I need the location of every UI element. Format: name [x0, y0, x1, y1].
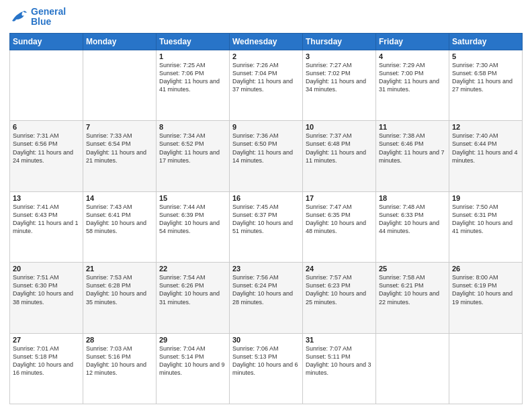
day-number: 23 [232, 265, 300, 273]
day-info: Sunrise: 7:25 AM Sunset: 7:06 PM Dayligh… [159, 61, 226, 94]
calendar-cell: 22Sunrise: 7:54 AM Sunset: 6:26 PM Dayli… [157, 263, 230, 333]
calendar-cell: 9Sunrise: 7:36 AM Sunset: 6:50 PM Daylig… [230, 121, 303, 191]
day-number: 6 [13, 123, 80, 131]
calendar-cell: 21Sunrise: 7:53 AM Sunset: 6:28 PM Dayli… [83, 263, 157, 333]
day-info: Sunrise: 7:34 AM Sunset: 6:52 PM Dayligh… [159, 132, 226, 165]
day-info: Sunrise: 7:58 AM Sunset: 6:21 PM Dayligh… [379, 273, 446, 306]
calendar-cell: 27Sunrise: 7:01 AM Sunset: 5:18 PM Dayli… [10, 333, 83, 404]
calendar-week-2: 6Sunrise: 7:31 AM Sunset: 6:56 PM Daylig… [10, 121, 523, 191]
day-number: 28 [86, 336, 153, 344]
day-info: Sunrise: 7:48 AM Sunset: 6:33 PM Dayligh… [379, 203, 446, 236]
calendar-cell: 11Sunrise: 7:38 AM Sunset: 6:46 PM Dayli… [376, 121, 449, 191]
calendar-week-5: 27Sunrise: 7:01 AM Sunset: 5:18 PM Dayli… [10, 333, 523, 404]
day-number: 17 [306, 194, 373, 202]
day-info: Sunrise: 7:07 AM Sunset: 5:11 PM Dayligh… [306, 345, 373, 377]
day-number: 12 [452, 123, 519, 131]
calendar-cell: 23Sunrise: 7:56 AM Sunset: 6:24 PM Dayli… [230, 263, 303, 333]
calendar-week-1: 1Sunrise: 7:25 AM Sunset: 7:06 PM Daylig… [10, 50, 523, 120]
calendar-cell: 18Sunrise: 7:48 AM Sunset: 6:33 PM Dayli… [376, 191, 449, 262]
day-header-wednesday: Wednesday [230, 33, 303, 50]
day-number: 19 [452, 194, 519, 202]
logo: General Blue [9, 7, 66, 28]
day-info: Sunrise: 7:53 AM Sunset: 6:28 PM Dayligh… [86, 273, 153, 306]
day-number: 7 [86, 123, 153, 131]
calendar-cell: 4Sunrise: 7:29 AM Sunset: 7:00 PM Daylig… [376, 50, 449, 120]
day-number: 29 [159, 336, 226, 344]
calendar-cell [83, 50, 157, 120]
calendar-cell: 16Sunrise: 7:45 AM Sunset: 6:37 PM Dayli… [230, 191, 303, 262]
day-info: Sunrise: 7:56 AM Sunset: 6:24 PM Dayligh… [232, 273, 300, 306]
day-number: 14 [86, 194, 153, 202]
calendar-week-4: 20Sunrise: 7:51 AM Sunset: 6:30 PM Dayli… [10, 263, 523, 333]
day-number: 26 [452, 265, 519, 273]
day-number: 13 [13, 194, 80, 202]
calendar-cell: 25Sunrise: 7:58 AM Sunset: 6:21 PM Dayli… [376, 263, 449, 333]
day-header-monday: Monday [83, 33, 157, 50]
day-number: 15 [159, 194, 226, 202]
calendar-cell: 12Sunrise: 7:40 AM Sunset: 6:44 PM Dayli… [449, 121, 523, 191]
day-info: Sunrise: 7:54 AM Sunset: 6:26 PM Dayligh… [159, 273, 226, 306]
calendar-cell: 7Sunrise: 7:33 AM Sunset: 6:54 PM Daylig… [83, 121, 157, 191]
calendar-body: 1Sunrise: 7:25 AM Sunset: 7:06 PM Daylig… [10, 50, 523, 404]
day-info: Sunrise: 7:01 AM Sunset: 5:18 PM Dayligh… [13, 345, 80, 377]
day-info: Sunrise: 7:26 AM Sunset: 7:04 PM Dayligh… [232, 61, 300, 94]
calendar-cell: 19Sunrise: 7:50 AM Sunset: 6:31 PM Dayli… [449, 191, 523, 262]
day-number: 5 [452, 52, 519, 60]
day-number: 27 [13, 336, 80, 344]
day-info: Sunrise: 7:40 AM Sunset: 6:44 PM Dayligh… [452, 132, 519, 165]
day-number: 9 [232, 123, 300, 131]
day-number: 22 [159, 265, 226, 273]
day-number: 4 [379, 52, 446, 60]
day-header-tuesday: Tuesday [157, 33, 230, 50]
calendar-cell: 24Sunrise: 7:57 AM Sunset: 6:23 PM Dayli… [303, 263, 376, 333]
day-number: 11 [379, 123, 446, 131]
calendar-header-row: SundayMondayTuesdayWednesdayThursdayFrid… [10, 33, 523, 50]
day-info: Sunrise: 7:45 AM Sunset: 6:37 PM Dayligh… [232, 203, 300, 236]
calendar-cell: 13Sunrise: 7:41 AM Sunset: 6:43 PM Dayli… [10, 191, 83, 262]
calendar-cell: 5Sunrise: 7:30 AM Sunset: 6:58 PM Daylig… [449, 50, 523, 120]
day-number: 8 [159, 123, 226, 131]
calendar: SundayMondayTuesdayWednesdayThursdayFrid… [9, 33, 523, 404]
day-info: Sunrise: 7:27 AM Sunset: 7:02 PM Dayligh… [306, 61, 373, 94]
day-info: Sunrise: 7:43 AM Sunset: 6:41 PM Dayligh… [86, 203, 153, 236]
day-info: Sunrise: 7:37 AM Sunset: 6:48 PM Dayligh… [306, 132, 373, 165]
day-info: Sunrise: 7:04 AM Sunset: 5:14 PM Dayligh… [159, 345, 226, 377]
day-number: 3 [306, 52, 373, 60]
day-info: Sunrise: 7:38 AM Sunset: 6:46 PM Dayligh… [379, 132, 446, 165]
calendar-cell: 15Sunrise: 7:44 AM Sunset: 6:39 PM Dayli… [157, 191, 230, 262]
day-header-sunday: Sunday [10, 33, 83, 50]
header: General Blue [9, 7, 523, 28]
day-info: Sunrise: 7:57 AM Sunset: 6:23 PM Dayligh… [306, 273, 373, 306]
calendar-week-3: 13Sunrise: 7:41 AM Sunset: 6:43 PM Dayli… [10, 191, 523, 262]
day-header-friday: Friday [376, 33, 449, 50]
calendar-cell [449, 333, 523, 404]
day-number: 24 [306, 265, 373, 273]
day-info: Sunrise: 7:31 AM Sunset: 6:56 PM Dayligh… [13, 132, 80, 165]
day-header-thursday: Thursday [303, 33, 376, 50]
day-info: Sunrise: 7:03 AM Sunset: 5:16 PM Dayligh… [86, 345, 153, 377]
day-number: 1 [159, 52, 226, 60]
day-number: 21 [86, 265, 153, 273]
day-info: Sunrise: 7:33 AM Sunset: 6:54 PM Dayligh… [86, 132, 153, 165]
calendar-cell: 31Sunrise: 7:07 AM Sunset: 5:11 PM Dayli… [303, 333, 376, 404]
calendar-cell: 30Sunrise: 7:06 AM Sunset: 5:13 PM Dayli… [230, 333, 303, 404]
day-header-saturday: Saturday [449, 33, 523, 50]
day-number: 18 [379, 194, 446, 202]
day-number: 10 [306, 123, 373, 131]
calendar-cell: 28Sunrise: 7:03 AM Sunset: 5:16 PM Dayli… [83, 333, 157, 404]
calendar-cell: 1Sunrise: 7:25 AM Sunset: 7:06 PM Daylig… [157, 50, 230, 120]
day-number: 20 [13, 265, 80, 273]
calendar-cell: 2Sunrise: 7:26 AM Sunset: 7:04 PM Daylig… [230, 50, 303, 120]
logo-icon [9, 9, 28, 25]
day-info: Sunrise: 8:00 AM Sunset: 6:19 PM Dayligh… [452, 273, 519, 306]
calendar-cell: 6Sunrise: 7:31 AM Sunset: 6:56 PM Daylig… [10, 121, 83, 191]
calendar-cell: 14Sunrise: 7:43 AM Sunset: 6:41 PM Dayli… [83, 191, 157, 262]
day-info: Sunrise: 7:36 AM Sunset: 6:50 PM Dayligh… [232, 132, 300, 165]
calendar-cell: 3Sunrise: 7:27 AM Sunset: 7:02 PM Daylig… [303, 50, 376, 120]
calendar-cell: 26Sunrise: 8:00 AM Sunset: 6:19 PM Dayli… [449, 263, 523, 333]
day-number: 25 [379, 265, 446, 273]
day-info: Sunrise: 7:50 AM Sunset: 6:31 PM Dayligh… [452, 203, 519, 236]
calendar-cell: 8Sunrise: 7:34 AM Sunset: 6:52 PM Daylig… [157, 121, 230, 191]
calendar-cell: 29Sunrise: 7:04 AM Sunset: 5:14 PM Dayli… [157, 333, 230, 404]
day-number: 31 [306, 336, 373, 344]
